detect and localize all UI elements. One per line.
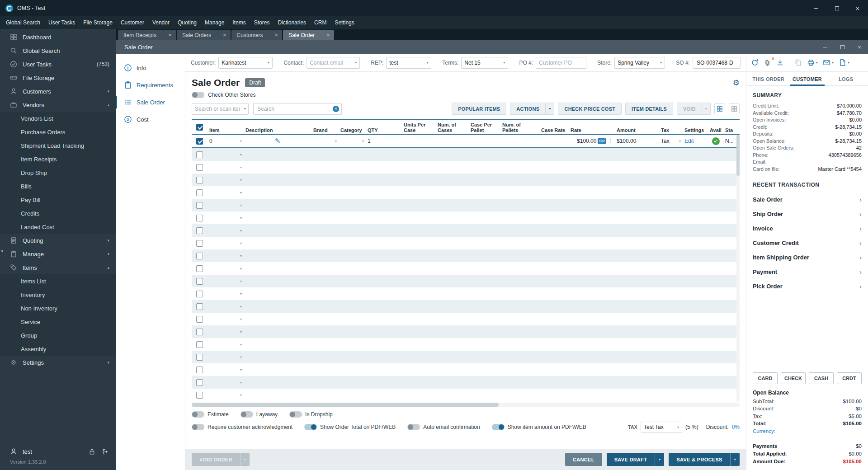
payment-method-button[interactable]: CHECK [781,372,806,384]
sidebar-item[interactable]: Bills [0,179,116,193]
empty-order-row[interactable]: ▾ [192,224,740,237]
lock-icon[interactable] [89,448,95,455]
col-category[interactable]: Category [339,126,366,134]
row-checkbox[interactable] [196,227,203,234]
tab[interactable]: Item Receipts × [118,30,176,40]
order-item-row[interactable]: 0▾ ✎ ▾ ▾ 1 $100.00CP⋮ $100.00 [192,135,740,148]
print-icon[interactable]: ▾ [807,59,818,66]
chevron-down-icon[interactable]: ▾ [679,139,681,143]
col-num-of-pallets[interactable]: Num. of Pallets [500,121,539,134]
chevron-down-icon[interactable]: ▾ [240,292,242,296]
sidebar-item[interactable]: Service [0,315,116,329]
tax-value[interactable]: Tax [661,138,670,144]
recent-transaction-link[interactable]: Pick Order › [753,279,862,293]
sidebar-item[interactable]: Landed Cost [0,220,116,234]
sidebar-item[interactable]: Manage ▾ [0,247,116,261]
attachments-icon[interactable]: 0 [764,59,771,66]
menu-item[interactable]: Quoting [174,16,201,29]
record-nav-item[interactable]: Info [116,59,185,76]
col-units-per-case[interactable]: Units Per Case [402,121,436,134]
empty-order-row[interactable]: ▾ [192,249,740,262]
item-search-input[interactable] [253,103,342,115]
record-nav-item[interactable]: Cost [116,111,185,128]
rate-options-icon[interactable]: ⋮ [608,138,613,144]
chevron-down-icon[interactable]: ▾ [240,191,242,195]
chevron-down-icon[interactable]: ▾ [240,178,242,182]
popular-items-button[interactable]: POPULAR ITEMS [452,103,506,115]
sidebar-item[interactable]: Credits [0,207,116,220]
record-nav-item[interactable]: Sale Order [116,94,185,111]
recent-transaction-link[interactable]: Item Shipping Order › [753,250,862,264]
rep-select[interactable]: test▾ [386,57,431,69]
chevron-down-icon[interactable]: ▾ [240,381,242,385]
recent-transaction-link[interactable]: Sale Order › [753,192,862,207]
table-vertical-scrollbar[interactable] [736,135,740,401]
menu-item[interactable]: Customer [117,16,148,29]
menu-item[interactable]: Stores [250,16,274,29]
table-columns-icon-button[interactable] [729,103,740,114]
window-close-button[interactable]: × [847,0,868,16]
row-checkbox[interactable] [196,354,203,361]
payment-method-button[interactable]: CRDT [837,372,862,384]
sidebar-item[interactable]: File Storage [0,71,116,85]
sidebar-item[interactable]: Inventory [0,288,116,301]
chevron-down-icon[interactable]: ▾ [240,229,242,233]
panel-tab[interactable]: THIS ORDER [749,72,788,85]
row-checkbox[interactable] [196,367,203,373]
scan-item-combo[interactable]: ▾ [192,103,249,115]
row-settings-edit-link[interactable]: Edit [684,138,694,144]
inner-minimize-button[interactable] [816,40,834,54]
tab-close-icon[interactable]: × [168,32,172,38]
row-checkbox[interactable] [196,240,203,247]
export-icon[interactable]: ▾ [839,59,849,66]
chevron-down-icon[interactable]: ▾ [240,330,242,334]
chevron-down-icon[interactable]: ▾ [240,317,242,321]
toggle-switch[interactable] [241,411,253,418]
chevron-down-icon[interactable]: ▾ [240,254,242,258]
empty-order-row[interactable]: ▾ [192,237,740,249]
sidebar-item[interactable]: Shipment Load Tracking [0,139,116,152]
chevron-down-icon[interactable]: ▾ [240,267,242,271]
actions-dropdown-button[interactable]: ▾ [545,103,554,115]
inner-close-button[interactable]: × [851,40,868,54]
toggle-switch[interactable] [192,424,204,430]
row-checkbox[interactable] [196,379,203,386]
menu-item[interactable]: Vendor [148,16,174,29]
check-other-stores-toggle[interactable] [192,92,204,98]
row-checkbox[interactable] [196,253,203,259]
sidebar-item[interactable]: Customers ▾ [0,85,116,98]
chevron-down-icon[interactable]: ▾ [240,393,242,397]
sidebar-item[interactable]: Items List [0,274,116,288]
sidebar-item[interactable]: Dashboard [0,30,116,44]
toggle-switch[interactable] [304,424,317,430]
chevron-down-icon[interactable]: ▾ [832,61,834,65]
toggle-switch[interactable] [407,424,420,430]
empty-order-row[interactable]: ▾ [192,262,740,275]
sidebar-collapse-arrow[interactable]: ◂ [0,248,3,254]
chevron-down-icon[interactable]: ▾ [240,203,242,207]
sidebar-item[interactable]: ⚙ Settings ▾ [0,356,116,369]
row-checkbox[interactable] [196,341,203,348]
col-case-rate[interactable]: Case Rate [539,126,569,134]
chevron-down-icon[interactable]: ▾ [335,139,337,143]
row-checkbox[interactable] [196,151,203,158]
sidebar-item[interactable]: Assembly [0,342,116,356]
chevron-down-icon[interactable]: ▾ [240,165,242,169]
tab[interactable]: Sale Order × [283,30,334,40]
logout-icon[interactable] [102,448,108,455]
po-number-input[interactable] [536,57,586,69]
order-toggle[interactable]: Require customer acknowledgment [192,424,292,430]
row-checkbox[interactable] [196,291,203,297]
cancel-button[interactable]: CANCEL [565,453,602,466]
order-toggle[interactable]: Is Dropship [289,411,333,418]
empty-order-row[interactable]: ▾ [192,148,740,161]
order-toggle[interactable]: Layaway [241,411,278,418]
paste-icon[interactable] [794,59,802,66]
chevron-down-icon[interactable]: ▾ [816,61,818,65]
row-checkbox[interactable] [196,329,203,335]
row-checkbox[interactable] [196,177,203,183]
empty-order-row[interactable]: ▾ [192,351,740,363]
row-checkbox[interactable] [196,138,203,145]
panel-tab[interactable]: CUSTOMER [788,72,827,85]
payment-method-button[interactable]: CARD [753,372,778,384]
